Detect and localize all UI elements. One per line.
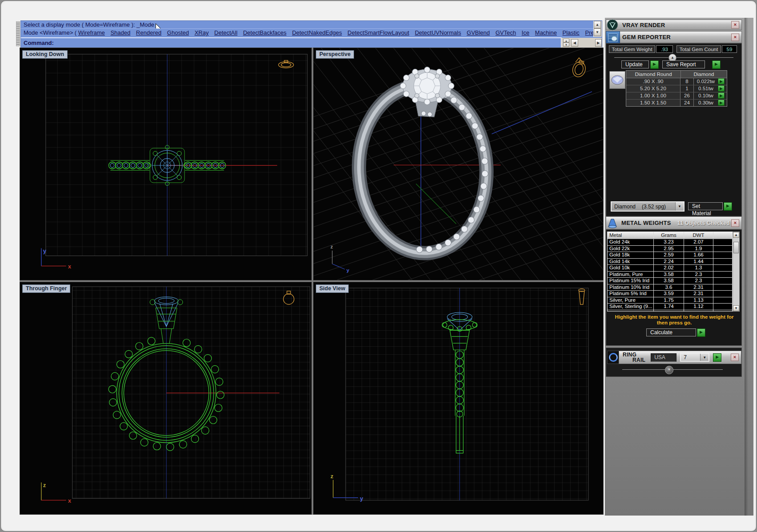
metal-row[interactable]: Gold 18k2.591.66 (608, 252, 732, 259)
gem-row[interactable]: 1.00 X 1.00 26 0.10tw ▶ (626, 92, 727, 100)
vray-logo-icon (606, 19, 619, 31)
command-prompt-line[interactable]: Command: (21, 37, 562, 48)
ring-rail-close-button[interactable]: × (731, 354, 739, 361)
command-scroll-down-button[interactable]: ▼ (594, 28, 601, 36)
cmd-option-wireframe[interactable]: Wireframe (78, 29, 105, 36)
cmd-option-shaded[interactable]: Shaded (110, 29, 130, 36)
command-options-prefix: Mode <Wireframe> ( (24, 29, 77, 36)
spinner-up-icon[interactable]: ▲ (563, 39, 569, 43)
axis-indicator: z x (41, 482, 72, 504)
dropdown-arrow-icon[interactable]: ▼ (675, 202, 684, 211)
svg-text:y: y (346, 268, 350, 273)
dropdown-arrow-icon[interactable]: ▼ (700, 354, 709, 361)
spinner-down-icon[interactable]: ▼ (563, 43, 569, 47)
col-dwt: DWT (684, 232, 713, 239)
gem-row-go-button[interactable]: ▶ (718, 100, 725, 106)
metal-weights-header[interactable]: METAL WEIGHTS 11 Objects Checked × (606, 216, 742, 229)
cmd-option-detectbackfaces[interactable]: DetectBackfaces (243, 29, 286, 36)
metal-row[interactable]: Platinum 15% Irid3.582.3 (608, 278, 732, 284)
cmd-option-detectuvnormals[interactable]: DetectUVNormals (415, 29, 461, 36)
gem-row-go-button[interactable]: ▶ (718, 78, 725, 84)
gem-row-go-button[interactable]: ▶ (718, 92, 725, 99)
metal-row[interactable]: Gold 10k2.021.3 (608, 265, 732, 272)
metal-row[interactable]: Gold 22k2.951.9 (608, 246, 732, 252)
save-report-button[interactable]: Save Report (662, 60, 705, 68)
gem-reporter-header[interactable]: GEM REPORTER × (606, 31, 742, 43)
save-report-go-button[interactable]: ▶ (712, 60, 721, 69)
total-gem-count-value: 59 (722, 45, 737, 53)
ring-rail-slider-knob[interactable]: ▼ (665, 366, 673, 374)
viewport-side-view[interactable]: z y Side View (313, 282, 604, 515)
scroll-thumb[interactable] (733, 242, 739, 253)
command-nav-left-button[interactable]: ◀ (571, 39, 578, 47)
ring-size-region-field[interactable]: USA (651, 353, 676, 362)
gem-col-shape: Diamond Round (626, 71, 681, 78)
metal-row[interactable]: Gold 14k2.241.44 (608, 259, 732, 265)
gem-count: 26 (680, 92, 694, 99)
metal-table-scrollbar[interactable]: ▲ ▼ (733, 232, 740, 312)
cmd-option-plastic[interactable]: Plastic (563, 29, 580, 36)
gem-type-icon[interactable] (609, 71, 625, 89)
vray-close-button[interactable]: × (731, 21, 739, 29)
viewport-perspective[interactable]: z y Perspective (313, 48, 604, 280)
col-metal: Metal (608, 232, 654, 239)
gem-row[interactable]: .90 X .90 8 0.022tw ▶ (626, 78, 727, 85)
viewport-looking-down[interactable]: y x Looking Down (20, 48, 312, 280)
viewport-title-looking-down[interactable]: Looking Down (22, 50, 68, 59)
cmd-option-machine[interactable]: Machine (535, 29, 557, 36)
gem-row[interactable]: 5.20 X 5.20 1 0.51tw ▶ (626, 85, 727, 92)
cmd-option-gvblend[interactable]: GVBlend (467, 29, 490, 36)
gem-reporter-body: Total Gem Weight .93 Total Gem Count 59 … (606, 43, 742, 216)
scroll-up-icon[interactable]: ▲ (733, 232, 739, 238)
cmd-option-ghosted[interactable]: Ghosted (167, 29, 189, 36)
gem-row[interactable]: 1.50 X 1.50 24 0.30tw ▶ (626, 100, 727, 106)
command-area-grip[interactable] (16, 21, 20, 46)
material-dropdown-value: Diamond (614, 204, 636, 210)
ring-size-dropdown[interactable]: 7 ▼ (680, 353, 709, 362)
cmd-option-detectall[interactable]: DetectAll (214, 29, 238, 36)
calculate-button[interactable]: Calculate (646, 328, 696, 336)
viewport-title-side-view[interactable]: Side View (316, 284, 349, 293)
gem-count: 8 (680, 78, 694, 85)
cmd-option-xray[interactable]: XRay (194, 29, 209, 36)
metal-row[interactable]: Silver, Coin (900)1.721.11 (608, 310, 732, 312)
metal-row[interactable]: Gold 24k3.232.07 (608, 239, 732, 246)
material-dropdown[interactable]: Diamond (3.52 spg) ▼ (611, 201, 685, 212)
gem-size: .90 X .90 (626, 78, 680, 85)
viewport-through-finger[interactable]: z x Through Finger (20, 282, 312, 515)
metal-row[interactable]: Platinum 10% Irid3.62.31 (608, 284, 732, 291)
gem-reporter-close-button[interactable]: × (731, 33, 739, 41)
command-scroll-up-button[interactable]: ▲ (594, 21, 601, 28)
cmd-option-detectsmartflowlayout[interactable]: DetectSmartFlowLayout (347, 29, 409, 36)
set-material-button[interactable]: Set Material (688, 202, 723, 210)
cmd-option-ice[interactable]: Ice (522, 29, 529, 36)
command-spinner[interactable]: ▲ ▼ (563, 39, 569, 47)
total-gem-weight-value: .93 (656, 45, 673, 53)
cmd-option-gvtech[interactable]: GVTech (495, 29, 516, 36)
metal-row[interactable]: Silver, Pure1.751.13 (608, 297, 732, 304)
vray-render-header[interactable]: VRAY RENDER × (606, 20, 742, 30)
scroll-down-icon[interactable]: ▼ (733, 305, 739, 311)
calculate-go-button[interactable]: ▶ (697, 328, 705, 337)
ring-rail-header[interactable]: RING RAIL USA 7 ▼ ▶ × (619, 351, 741, 364)
gem-row-go-button[interactable]: ▶ (718, 85, 725, 92)
command-nav-right-button[interactable]: ▶ (595, 39, 602, 47)
metal-row[interactable]: Platinum, Pure3.582.3 (608, 272, 732, 278)
metal-weights-table: Metal Grams DWT Gold 24k3.232.07 Gold 22… (607, 232, 733, 312)
view-orientation-ring-icon (571, 58, 587, 79)
cmd-option-detectnakededges[interactable]: DetectNakedEdges (292, 29, 342, 36)
viewport-grid: y x Looking Down (20, 48, 604, 515)
metal-row[interactable]: Silver, Sterling (9...1.741.12 (608, 304, 732, 310)
set-material-go-button[interactable]: ▶ (724, 202, 732, 211)
metal-row[interactable]: Platinum 5% Irid3.592.31 (608, 291, 732, 297)
through-finger-scene: z x (20, 282, 311, 514)
cmd-option-rendered[interactable]: Rendered (136, 29, 161, 36)
metal-weights-body: Metal Grams DWT Gold 24k3.232.07 Gold 22… (606, 229, 742, 346)
ring-rail-icon (607, 351, 620, 364)
ring-rail-go-button[interactable]: ▶ (713, 353, 721, 362)
viewport-title-through-finger[interactable]: Through Finger (22, 284, 70, 293)
metal-weights-close-button[interactable]: × (731, 219, 739, 227)
update-button[interactable]: Update (621, 60, 649, 68)
viewport-title-perspective[interactable]: Perspective (316, 50, 354, 59)
update-go-button[interactable]: ▶ (650, 60, 659, 69)
